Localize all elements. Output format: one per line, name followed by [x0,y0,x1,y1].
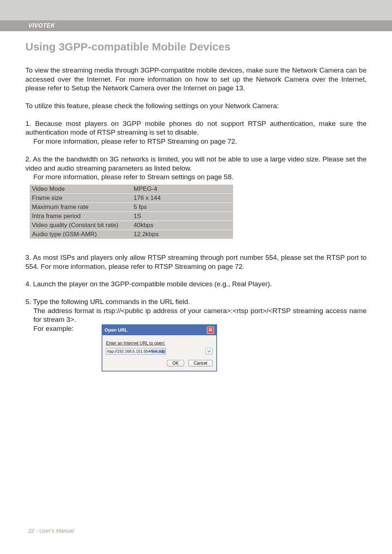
step-5-line1: 5. Type the following URL commands in th… [25,297,367,307]
dialog-button-row: OK Cancel [106,358,213,367]
table-cell-label: Frame size [30,194,131,202]
dialog-wrapper: Open URL ✕ Enter an Internet URL to open… [102,324,217,372]
manual-page: VIVOTEK Using 3GPP-compatible Mobile Dev… [0,0,392,554]
cancel-button[interactable]: Cancel [188,360,213,366]
table-row: Video ModeMPEG-4 [30,185,233,193]
settings-table: Video ModeMPEG-4Frame size176 x 144Maxim… [30,185,233,239]
table-cell-value: 176 x 144 [131,194,233,202]
table-cell-label: Audio type (GSM-AMR) [30,230,131,239]
url-prefix: rtsp://192.168.5.151:554/ [107,349,151,353]
step-2: 2. As the the bandwidth on 3G networks i… [25,155,367,182]
table-row: Frame size176 x 144 [30,194,233,202]
step-4-text: 4. Launch the player on the 3GPP-compati… [25,280,367,289]
open-url-dialog: Open URL ✕ Enter an Internet URL to open… [102,324,217,372]
intro-paragraph-2: To utilize this feature, please check th… [25,102,367,111]
step-3-text: 3. As most ISPs and players only allow R… [25,253,367,271]
dialog-title: Open URL [105,327,128,333]
brand-label: VIVOTEK [0,20,392,31]
close-button[interactable]: ✕ [207,327,214,334]
page-title: Using 3GPP-compatible Mobile Devices [25,41,367,53]
table-cell-value: MPEG-4 [131,185,233,193]
step-4: 4. Launch the player on the 3GPP-compati… [25,280,367,289]
table-cell-value: 40kbps [131,221,233,230]
table-cell-label: Maximum frame rate [30,203,131,212]
url-highlighted: live.sdp [151,349,165,353]
step-2-text: 2. As the the bandwidth on 3G networks i… [25,155,367,173]
table-row: Video quality (Constant bit rate)40kbps [30,221,233,230]
step-1-text: 1. Because most players on 3GPP mobile p… [25,119,367,137]
table-cell-value: 1S [131,212,233,221]
ok-button[interactable]: OK [167,360,184,366]
step-5: 5. Type the following URL commands in th… [25,297,367,333]
dialog-titlebar: Open URL ✕ [102,325,216,335]
url-input[interactable]: rtsp://192.168.5.151:554/live.sdp [106,348,166,354]
chevron-down-icon [207,349,211,353]
close-icon: ✕ [208,327,213,333]
table-row: Audio type (GSM-AMR)12.2kbps [30,230,233,239]
dialog-body: Enter an Internet URL to open: rtsp://19… [102,335,216,371]
page-footer: 22 - User's Manual [28,528,74,534]
table-cell-value: 12.2kbps [131,230,233,239]
table-cell-label: Video quality (Constant bit rate) [30,221,131,230]
step-3: 3. As most ISPs and players only allow R… [25,253,367,271]
step-1: 1. Because most players on 3GPP mobile p… [25,119,367,146]
table-cell-label: Intra frame period [30,212,131,221]
header-band: VIVOTEK [0,20,392,31]
step-2-note: For more information, please refer to St… [25,173,367,182]
dialog-prompt: Enter an Internet URL to open: [106,341,165,346]
intro-paragraph-1: To view the streaming media through 3GPP… [25,66,367,93]
table-cell-value: 5 fps [131,203,233,212]
table-row: Intra frame period1S [30,212,233,221]
table-cell-label: Video Mode [30,185,131,193]
url-dropdown-button[interactable] [205,348,213,354]
content-area: Using 3GPP-compatible Mobile Devices To … [25,41,367,333]
step-5-example-label: For example: [33,325,74,332]
step-5-example-row: For example: Open URL ✕ Enter an Interne… [25,324,367,333]
step-5-line2: The address format is rtsp://<public ip … [25,307,367,324]
step-1-note: For more information, please refer to RT… [25,137,367,146]
url-row: rtsp://192.168.5.151:554/live.sdp [106,348,213,354]
table-row: Maximum frame rate5 fps [30,203,233,212]
